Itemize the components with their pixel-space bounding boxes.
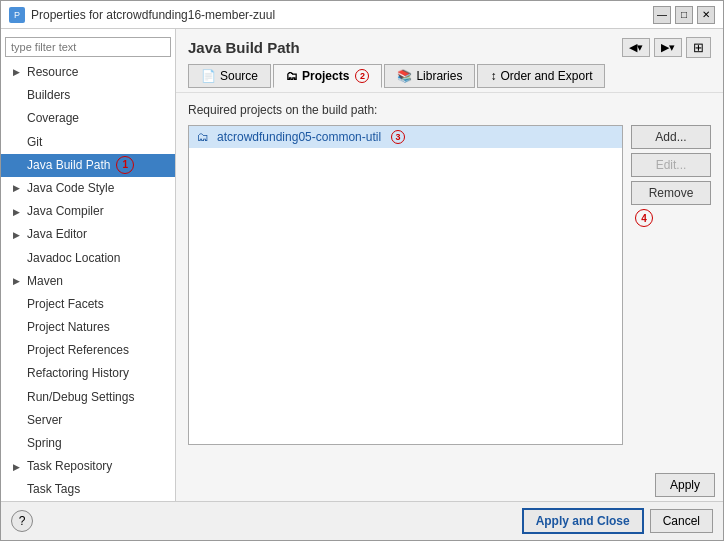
spacer bbox=[13, 390, 23, 404]
sidebar-item-label: Task Tags bbox=[27, 480, 80, 499]
tab-icon: 📚 bbox=[397, 69, 412, 83]
apply-right: Apply bbox=[176, 469, 723, 501]
sidebar-item-label: Refactoring History bbox=[27, 364, 129, 383]
bottom-bar: ? Apply and Close Cancel bbox=[1, 501, 723, 540]
sidebar-item-label: Java Editor bbox=[27, 225, 87, 244]
tab-icon: 📄 bbox=[201, 69, 216, 83]
sidebar-item-label: Java Code Style bbox=[27, 179, 114, 198]
sidebar-item-label: Java Build Path bbox=[27, 156, 110, 175]
spacer bbox=[13, 297, 23, 311]
sidebar: ▶Resource Builders Coverage Git Java Bui… bbox=[1, 29, 176, 501]
sidebar-item-coverage[interactable]: Coverage bbox=[1, 107, 175, 130]
sidebar-item-label: Project Natures bbox=[27, 318, 110, 337]
tab-label: Order and Export bbox=[500, 69, 592, 83]
sidebar-item-label: Server bbox=[27, 411, 62, 430]
circle-badge-1: 1 bbox=[116, 156, 134, 174]
title-controls: — □ ✕ bbox=[653, 6, 715, 24]
arrow-icon: ▶ bbox=[13, 181, 23, 195]
sidebar-item-java-code-style[interactable]: ▶Java Code Style bbox=[1, 177, 175, 200]
spacer bbox=[13, 135, 23, 149]
edit-button[interactable]: Edit... bbox=[631, 153, 711, 177]
sidebar-item-maven[interactable]: ▶Maven bbox=[1, 270, 175, 293]
sidebar-items: ▶Resource Builders Coverage Git Java Bui… bbox=[1, 61, 175, 501]
circle-badge-2: 2 bbox=[355, 69, 369, 83]
minimize-button[interactable]: — bbox=[653, 6, 671, 24]
sidebar-item-label: Run/Debug Settings bbox=[27, 388, 134, 407]
window-icon: P bbox=[9, 7, 25, 23]
sidebar-item-java-compiler[interactable]: ▶Java Compiler bbox=[1, 200, 175, 223]
nav-arrows: ◀▾ ▶▾ ⊞ bbox=[622, 37, 711, 58]
project-list[interactable]: 🗂atcrowdfunding05-common-util3 bbox=[188, 125, 623, 445]
title-bar: P Properties for atcrowdfunding16-member… bbox=[1, 1, 723, 29]
sidebar-item-label: Resource bbox=[27, 63, 78, 82]
sidebar-item-label: Javadoc Location bbox=[27, 249, 120, 268]
close-button[interactable]: ✕ bbox=[697, 6, 715, 24]
bottom-right-buttons: Apply and Close Cancel bbox=[522, 508, 713, 534]
sidebar-item-label: Project References bbox=[27, 341, 129, 360]
project-list-item[interactable]: 🗂atcrowdfunding05-common-util3 bbox=[189, 126, 622, 148]
spacer bbox=[13, 158, 23, 172]
spacer bbox=[13, 367, 23, 381]
sidebar-item-label: Java Compiler bbox=[27, 202, 104, 221]
sidebar-item-label: Git bbox=[27, 133, 42, 152]
sidebar-item-rundebug-settings[interactable]: Run/Debug Settings bbox=[1, 386, 175, 409]
sidebar-item-project-facets[interactable]: Project Facets bbox=[1, 293, 175, 316]
spacer bbox=[13, 413, 23, 427]
spacer bbox=[13, 251, 23, 265]
help-button[interactable]: ? bbox=[11, 510, 33, 532]
forward-button[interactable]: ▶▾ bbox=[654, 38, 682, 57]
tab-label: Projects bbox=[302, 69, 349, 83]
sidebar-item-project-references[interactable]: Project References bbox=[1, 339, 175, 362]
tab-libraries[interactable]: 📚Libraries bbox=[384, 64, 475, 88]
sidebar-item-builders[interactable]: Builders bbox=[1, 84, 175, 107]
content-title-text: Java Build Path bbox=[188, 39, 300, 56]
sidebar-item-spring[interactable]: Spring bbox=[1, 432, 175, 455]
sidebar-item-label: Builders bbox=[27, 86, 70, 105]
sidebar-item-project-natures[interactable]: Project Natures bbox=[1, 316, 175, 339]
remove-button[interactable]: Remove bbox=[631, 181, 711, 205]
sidebar-item-java-editor[interactable]: ▶Java Editor bbox=[1, 223, 175, 246]
tab-projects[interactable]: 🗂Projects2 bbox=[273, 64, 382, 88]
tab-icon: ↕ bbox=[490, 69, 496, 83]
sidebar-item-task-repository[interactable]: ▶Task Repository bbox=[1, 455, 175, 478]
expand-button[interactable]: ⊞ bbox=[686, 37, 711, 58]
sidebar-item-resource[interactable]: ▶Resource bbox=[1, 61, 175, 84]
sidebar-item-server[interactable]: Server bbox=[1, 409, 175, 432]
spacer bbox=[13, 344, 23, 358]
add-button[interactable]: Add... bbox=[631, 125, 711, 149]
arrow-icon: ▶ bbox=[13, 460, 23, 474]
tab-source[interactable]: 📄Source bbox=[188, 64, 271, 88]
properties-window: P Properties for atcrowdfunding16-member… bbox=[0, 0, 724, 541]
filter-input[interactable] bbox=[5, 37, 171, 57]
apply-and-close-button[interactable]: Apply and Close bbox=[522, 508, 644, 534]
sidebar-item-label: Coverage bbox=[27, 109, 79, 128]
back-button[interactable]: ◀▾ bbox=[622, 38, 650, 57]
spacer bbox=[13, 89, 23, 103]
arrow-icon: ▶ bbox=[13, 65, 23, 79]
sidebar-item-refactoring-history[interactable]: Refactoring History bbox=[1, 362, 175, 385]
arrow-icon: ▶ bbox=[13, 205, 23, 219]
sidebar-item-label: Spring bbox=[27, 434, 62, 453]
arrow-icon: ▶ bbox=[13, 274, 23, 288]
sidebar-item-task-tags[interactable]: Task Tags bbox=[1, 478, 175, 501]
content-body: Required projects on the build path: 🗂at… bbox=[176, 93, 723, 469]
apply-button[interactable]: Apply bbox=[655, 473, 715, 497]
circle-badge-3: 3 bbox=[391, 130, 405, 144]
spacer bbox=[13, 112, 23, 126]
sidebar-item-git[interactable]: Git bbox=[1, 131, 175, 154]
tab-order-and-export[interactable]: ↕Order and Export bbox=[477, 64, 605, 88]
section-label: Required projects on the build path: bbox=[188, 103, 711, 117]
sidebar-item-java-build-path[interactable]: Java Build Path1 bbox=[1, 154, 175, 177]
circle-badge-4: 4 bbox=[635, 209, 653, 227]
sidebar-item-javadoc-location[interactable]: Javadoc Location bbox=[1, 247, 175, 270]
buttons-column: Add... Edit... Remove 4 bbox=[631, 125, 711, 459]
spacer bbox=[13, 483, 23, 497]
maximize-button[interactable]: □ bbox=[675, 6, 693, 24]
spacer bbox=[13, 320, 23, 334]
window-title: Properties for atcrowdfunding16-member-z… bbox=[31, 8, 275, 22]
cancel-button[interactable]: Cancel bbox=[650, 509, 713, 533]
tab-label: Libraries bbox=[416, 69, 462, 83]
sidebar-item-label: Task Repository bbox=[27, 457, 112, 476]
content-header: Java Build Path ◀▾ ▶▾ ⊞ 📄Source🗂Projects… bbox=[176, 29, 723, 93]
project-list-area: 🗂atcrowdfunding05-common-util3 Add... Ed… bbox=[188, 125, 711, 459]
